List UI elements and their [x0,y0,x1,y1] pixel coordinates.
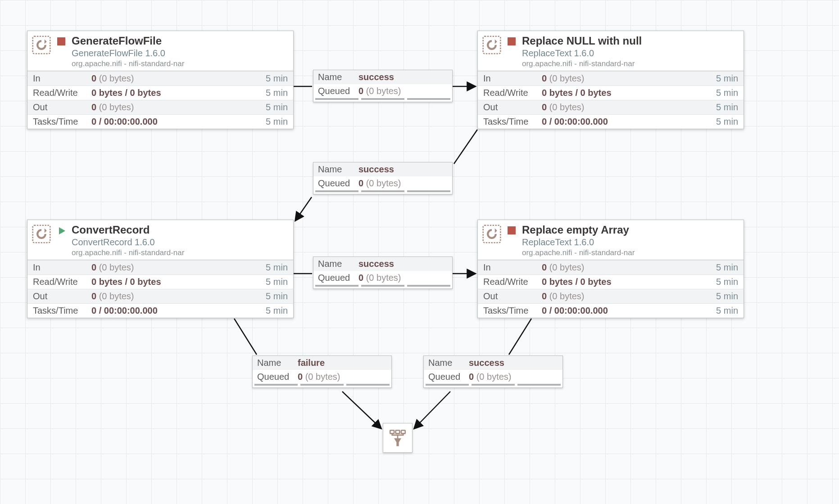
conn-label-name: Name [318,164,358,175]
svg-rect-10 [390,430,394,433]
connection-c4[interactable]: Name failure Queued 0 (0 bytes) [252,356,392,388]
svg-rect-11 [396,430,400,433]
stat-label-rw: Read/Write [33,277,91,287]
conn-label-queued: Queued [318,86,358,96]
conn-label-name: Name [428,358,469,368]
stat-label-tasks: Tasks/Time [33,117,91,127]
backpressure-bar [315,190,450,192]
connection-c5[interactable]: Name success Queued 0 (0 bytes) [423,356,563,388]
stat-label-rw: Read/Write [483,88,542,98]
stat-value-out: 0 (0 bytes) [91,291,252,302]
stat-window: 5 min [252,102,288,112]
stat-window: 5 min [702,306,738,316]
connection-c2[interactable]: Name success Queued 0 (0 bytes) [313,162,453,194]
stat-window: 5 min [252,262,288,273]
stat-value-tasks: 0 / 00:00:00.000 [542,117,702,127]
connection-c3[interactable]: Name success Queued 0 (0 bytes) [313,256,453,289]
stat-window: 5 min [252,291,288,302]
stat-label-out: Out [483,291,542,302]
stat-window: 5 min [702,73,738,84]
processor-bundle: org.apache.nifi - nifi-standard-nar [522,59,739,68]
processor-icon [482,36,501,54]
conn-label-queued: Queued [257,372,298,382]
stat-label-tasks: Tasks/Time [483,306,542,316]
processor-name: Replace empty Array [522,224,739,236]
conn-queued: 0 (0 bytes) [298,372,340,382]
stat-label-in: In [33,73,91,84]
backpressure-bar [315,285,450,287]
stopped-icon [508,37,516,45]
svg-line-6 [234,319,257,355]
processor-replaceArray[interactable]: Replace empty Array ReplaceText 1.6.0 or… [477,220,744,318]
stat-window: 5 min [702,291,738,302]
conn-label-queued: Queued [318,178,358,189]
stat-window: 5 min [252,277,288,287]
svg-rect-13 [33,36,50,54]
processor-bundle: org.apache.nifi - nifi-standard-nar [72,248,289,257]
stat-value-rw: 0 bytes / 0 bytes [542,88,702,98]
backpressure-bar [315,98,450,100]
conn-relationship: success [469,358,504,368]
stat-value-tasks: 0 / 00:00:00.000 [91,306,252,316]
svg-rect-14 [483,36,501,54]
conn-label-queued: Queued [318,273,358,283]
stat-window: 5 min [702,102,738,112]
stat-value-rw: 0 bytes / 0 bytes [91,277,252,287]
stat-window: 5 min [252,73,288,84]
conn-relationship: success [358,72,394,82]
processor-icon [32,225,51,243]
running-icon [57,226,65,234]
stat-label-in: In [483,73,542,84]
backpressure-bar [254,384,390,386]
processor-replaceNull[interactable]: Replace NULL with null ReplaceText 1.6.0… [477,31,744,129]
stat-value-tasks: 0 / 00:00:00.000 [542,306,702,316]
conn-queued: 0 (0 bytes) [358,178,401,189]
stat-value-out: 0 (0 bytes) [542,291,702,302]
stat-value-in: 0 (0 bytes) [91,262,252,273]
svg-line-8 [342,392,381,428]
conn-relationship: success [358,164,394,175]
conn-label-name: Name [257,358,298,368]
conn-queued: 0 (0 bytes) [358,86,401,96]
stat-window: 5 min [252,117,288,127]
processor-type: ReplaceText 1.6.0 [522,48,739,58]
processor-convert[interactable]: ConvertRecord ConvertRecord 1.6.0 org.ap… [27,220,294,318]
svg-rect-16 [483,225,501,243]
processor-bundle: org.apache.nifi - nifi-standard-nar [72,59,289,68]
stat-window: 5 min [702,277,738,287]
stat-label-tasks: Tasks/Time [483,117,542,127]
svg-line-7 [509,319,531,355]
stat-value-rw: 0 bytes / 0 bytes [542,277,702,287]
stat-label-in: In [483,262,542,273]
stat-value-rw: 0 bytes / 0 bytes [91,88,252,98]
stat-label-tasks: Tasks/Time [33,306,91,316]
stat-window: 5 min [702,262,738,273]
stat-value-tasks: 0 / 00:00:00.000 [91,117,252,127]
processor-bundle: org.apache.nifi - nifi-standard-nar [522,248,739,257]
conn-queued: 0 (0 bytes) [469,372,512,382]
svg-line-2 [454,130,477,164]
stat-value-out: 0 (0 bytes) [91,102,252,112]
funnel-icon [388,428,408,448]
svg-line-9 [414,392,450,428]
conn-relationship: failure [298,358,325,368]
conn-label-name: Name [318,259,358,269]
stat-label-in: In [33,262,91,273]
funnel-endpoint[interactable] [383,423,413,453]
processor-name: Replace NULL with null [522,35,739,47]
connection-c1[interactable]: Name success Queued 0 (0 bytes) [313,70,453,102]
svg-line-3 [295,197,312,220]
stat-label-out: Out [33,102,91,112]
processor-icon [32,36,51,54]
conn-label-queued: Queued [428,372,469,382]
stopped-icon [508,226,516,234]
processor-type: ConvertRecord 1.6.0 [72,237,289,248]
stat-label-out: Out [483,102,542,112]
stat-value-in: 0 (0 bytes) [91,73,252,84]
processor-name: ConvertRecord [72,224,289,236]
backpressure-bar [426,384,561,386]
stat-label-out: Out [33,291,91,302]
conn-queued: 0 (0 bytes) [358,273,401,283]
stat-label-rw: Read/Write [33,88,91,98]
processor-generate[interactable]: GenerateFlowFile GenerateFlowFile 1.6.0 … [27,31,294,129]
